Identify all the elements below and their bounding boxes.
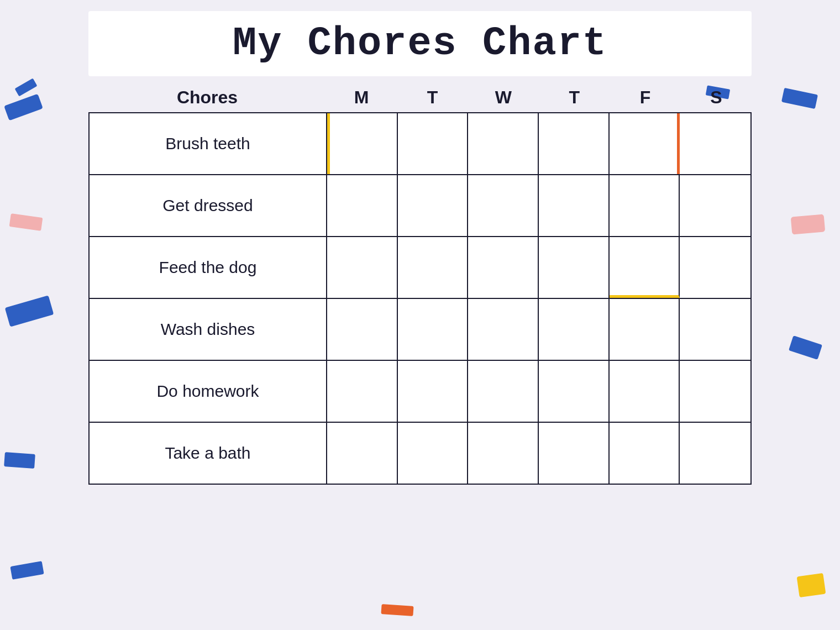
cell-wash-dishes-t2[interactable] [539, 299, 610, 360]
cell-feed-dog-m[interactable] [327, 237, 398, 298]
decor-pink-2 [791, 214, 826, 234]
row-feed-dog: Feed the dog [88, 236, 752, 298]
cell-do-homework-f[interactable] [610, 361, 680, 422]
cell-wash-dishes-w[interactable] [468, 299, 539, 360]
cell-feed-dog-s[interactable] [680, 237, 750, 298]
chore-wash-dishes: Wash dishes [90, 299, 327, 360]
chore-do-homework: Do homework [90, 361, 327, 422]
cell-get-dressed-t2[interactable] [539, 175, 610, 236]
page-title: My Chores Chart [111, 21, 729, 66]
decor-yellow-1 [797, 573, 826, 597]
cell-brush-teeth-w[interactable] [468, 113, 539, 174]
chore-feed-dog: Feed the dog [90, 237, 327, 298]
chart-header: Chores M T W T F S [88, 87, 752, 112]
cell-get-dressed-s[interactable] [680, 175, 750, 236]
cell-wash-dishes-f[interactable] [610, 299, 680, 360]
cell-wash-dishes-m[interactable] [327, 299, 398, 360]
cell-brush-teeth-f[interactable] [610, 113, 680, 174]
header-chores: Chores [88, 87, 326, 108]
header-day-t1: T [397, 87, 468, 108]
cell-take-bath-t2[interactable] [539, 423, 610, 484]
row-get-dressed: Get dressed [88, 174, 752, 236]
cell-take-bath-s[interactable] [680, 423, 750, 484]
cell-get-dressed-t1[interactable] [398, 175, 469, 236]
header-day-f: F [610, 87, 680, 108]
row-do-homework: Do homework [88, 360, 752, 422]
decor-blue-7 [15, 78, 38, 97]
cell-do-homework-s[interactable] [680, 361, 750, 422]
cell-take-bath-w[interactable] [468, 423, 539, 484]
cell-brush-teeth-t1[interactable] [398, 113, 469, 174]
cell-take-bath-m[interactable] [327, 423, 398, 484]
row-take-bath: Take a bath [88, 422, 752, 485]
row-wash-dishes: Wash dishes [88, 298, 752, 360]
cell-take-bath-t1[interactable] [398, 423, 469, 484]
cell-get-dressed-f[interactable] [610, 175, 680, 236]
header-day-t2: T [539, 87, 610, 108]
chore-take-bath: Take a bath [90, 423, 327, 484]
cell-feed-dog-f[interactable] [610, 237, 680, 298]
cell-feed-dog-t2[interactable] [539, 237, 610, 298]
page-container: My Chores Chart Chores M T W T F S Brush… [44, 11, 796, 619]
decor-blue-3 [4, 452, 35, 469]
title-box: My Chores Chart [88, 11, 752, 76]
header-day-m: M [326, 87, 397, 108]
cell-wash-dishes-t1[interactable] [398, 299, 469, 360]
cell-get-dressed-w[interactable] [468, 175, 539, 236]
cell-brush-teeth-s[interactable] [680, 113, 750, 174]
decor-pink-1 [9, 213, 43, 231]
row-brush-teeth: Brush teeth [88, 112, 752, 174]
cell-do-homework-t2[interactable] [539, 361, 610, 422]
header-day-w: W [468, 87, 539, 108]
chart-container: Chores M T W T F S Brush teeth Get dress… [88, 87, 752, 485]
chore-brush-teeth: Brush teeth [90, 113, 327, 174]
cell-feed-dog-w[interactable] [468, 237, 539, 298]
decor-blue-4 [10, 561, 44, 580]
cell-do-homework-t1[interactable] [398, 361, 469, 422]
cell-feed-dog-t1[interactable] [398, 237, 469, 298]
decor-blue-1 [4, 94, 43, 121]
chore-get-dressed: Get dressed [90, 175, 327, 236]
cell-take-bath-f[interactable] [610, 423, 680, 484]
cell-wash-dishes-s[interactable] [680, 299, 750, 360]
cell-brush-teeth-t2[interactable] [539, 113, 610, 174]
cell-get-dressed-m[interactable] [327, 175, 398, 236]
cell-do-homework-m[interactable] [327, 361, 398, 422]
header-day-s: S [681, 87, 752, 108]
cell-brush-teeth-m[interactable] [327, 113, 398, 174]
cell-do-homework-w[interactable] [468, 361, 539, 422]
